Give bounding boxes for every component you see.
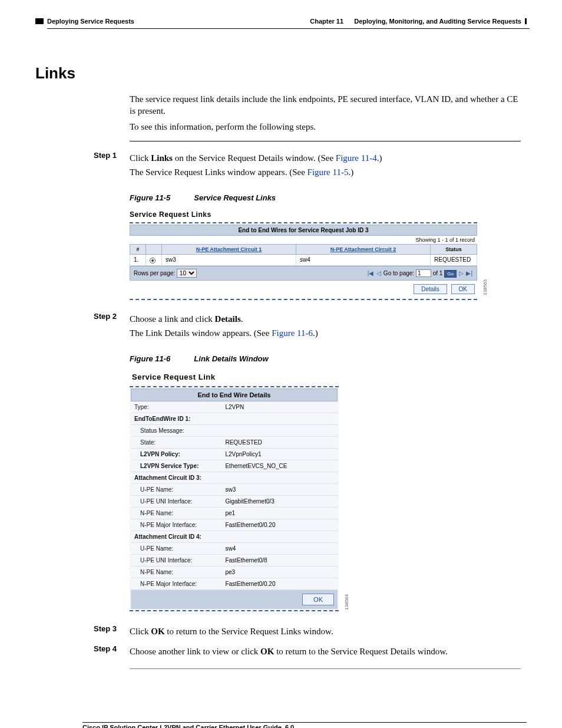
fig6-panel-title: Service Request Link — [130, 369, 339, 385]
step-2-line-1: Choose a link and click Details. — [130, 313, 521, 325]
fig5-panel-title: Service Request Links — [130, 208, 477, 221]
fig5-col-num: # — [130, 245, 146, 255]
fig6-ok-button[interactable]: OK — [302, 594, 334, 605]
goto-of-label: of 1 — [433, 270, 443, 276]
figure-11-5-caption: Figure 11-5Service Request Links — [130, 193, 527, 202]
first-page-icon[interactable]: |◀ — [367, 270, 375, 276]
step-1-label: Step 1 — [35, 150, 130, 181]
figure-11-4-link[interactable]: Figure 11-4 — [336, 153, 377, 163]
step-1-line-1: Click Links on the Service Request Detai… — [130, 152, 521, 164]
step-3-text: Click OK to return to the Service Reques… — [130, 625, 521, 637]
goto-page-label: Go to page: — [384, 270, 414, 276]
step-1-line-2: The Service Request Links window appears… — [130, 166, 521, 178]
section-title: Links — [35, 64, 527, 83]
header-marker-icon — [35, 18, 44, 24]
figure-11-5: Service Request Links End to End Wires f… — [130, 208, 477, 299]
intro-paragraph-1: The service request link details include… — [130, 93, 521, 117]
table-row[interactable]: 1. sw3 sw4 REQUESTED — [130, 255, 477, 265]
rows-per-page-select[interactable]: 10 — [177, 269, 197, 278]
prev-page-icon[interactable]: ◁ — [376, 270, 382, 276]
goto-page-input[interactable] — [416, 269, 431, 277]
step-2-line-2: The Link Details window appears. (See Fi… — [130, 327, 521, 339]
figure-11-6: Service Request Link End to End Wire Det… — [130, 369, 339, 615]
page-header: Deploying Service Requests Chapter 11 De… — [35, 18, 527, 25]
fig5-table: # N-PE Attachment Circuit 1 N-PE Attachm… — [130, 244, 477, 265]
step-4-text: Choose another link to view or click OK … — [130, 645, 521, 657]
header-chapter-label: Chapter 11 — [310, 18, 343, 25]
fig5-col-1[interactable]: N-PE Attachment Circuit 1 — [162, 245, 296, 255]
next-page-icon[interactable]: ▷ — [458, 270, 464, 276]
last-page-icon[interactable]: ▶| — [465, 270, 473, 276]
fig5-col-2[interactable]: N-PE Attachment Circuit 2 — [296, 245, 431, 255]
fig6-banner: End to End Wire Details — [131, 388, 338, 401]
details-button[interactable]: Details — [414, 284, 447, 294]
go-button[interactable]: Go — [444, 270, 457, 278]
header-chapter-title: Deploying, Monitoring, and Auditing Serv… — [354, 18, 521, 25]
fig5-banner: End to End Wires for Service Request Job… — [130, 225, 477, 236]
figure-11-6-caption: Figure 11-6Link Details Window — [130, 354, 527, 363]
fig5-id-number: 138563 — [482, 279, 488, 295]
row-radio-icon[interactable] — [150, 258, 156, 263]
figure-11-5-link[interactable]: Figure 11-5 — [308, 167, 349, 177]
fig6-id-number: 138564 — [344, 594, 349, 610]
figure-11-6-link[interactable]: Figure 11-6 — [272, 328, 313, 338]
rows-per-page-label: Rows per page: — [134, 270, 175, 276]
header-end-marker-icon — [525, 18, 527, 24]
fig5-showing: Showing 1 - 1 of 1 record — [130, 236, 477, 244]
fig6-table: Type:L2VPN EndToEndWire ID 1: Status Mes… — [131, 401, 338, 590]
header-section: Deploying Service Requests — [47, 18, 134, 25]
step-4-label: Step 4 — [35, 643, 130, 660]
footer-guide-title: Cisco IP Solution Center L2VPN and Carri… — [82, 724, 527, 728]
step-3-label: Step 3 — [35, 623, 130, 640]
fig5-col-status: Status — [431, 245, 477, 255]
step-2-label: Step 2 — [35, 311, 130, 342]
page-footer: Cisco IP Solution Center L2VPN and Carri… — [35, 722, 527, 728]
fig5-pager: Rows per page: 10 |◀ ◁ Go to page: of 1 … — [130, 266, 477, 281]
ok-button[interactable]: OK — [451, 284, 475, 294]
intro-paragraph-2: To see this information, perform the fol… — [130, 121, 521, 133]
